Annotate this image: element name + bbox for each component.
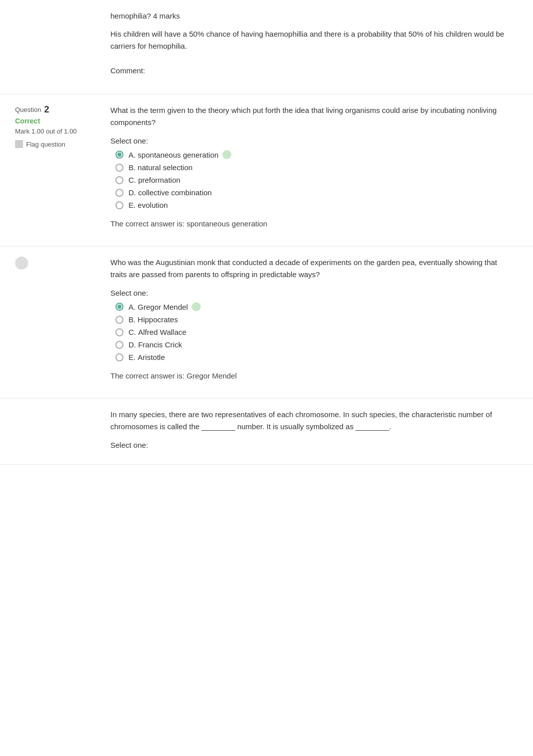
q2-radio-d [115, 189, 123, 197]
q3-radio-e [115, 353, 123, 361]
top-right-col: hemophilia? 4 marks His children will ha… [110, 10, 533, 84]
q2-option-a-text: spontaneous generation [138, 151, 218, 159]
q2-correct-indicator-a [222, 150, 231, 159]
q2-option-d-text: collective combination [138, 188, 212, 197]
q3-right-col: Who was the Augustinian monk that conduc… [110, 257, 533, 388]
question-4-block: In many species, there are two represent… [0, 399, 533, 465]
top-left-col [0, 10, 110, 84]
q3-left-col [0, 257, 110, 388]
q2-option-a-letter: A. [128, 151, 136, 159]
q2-radio-e [115, 201, 123, 209]
q2-select-one: Select one: [110, 137, 513, 145]
q3-option-a[interactable]: A. Gregor Mendel [115, 302, 513, 311]
q2-option-c-text: preformation [138, 176, 180, 184]
answer-para-2: His children will have a 50% chance of h… [110, 28, 513, 52]
q3-correct-answer: The correct answer is: Gregor Mendel [110, 371, 513, 380]
q3-question-text: Who was the Augustinian monk that conduc… [110, 257, 513, 281]
q2-option-b-text: natural selection [138, 163, 192, 172]
q3-option-b-letter: B. [128, 315, 136, 324]
q3-options-list: A. Gregor Mendel B. Hippocrates C. Alfre… [110, 302, 513, 361]
q2-right-col: What is the term given to the theory whi… [110, 104, 533, 236]
q3-option-c[interactable]: C. Alfred Wallace [115, 328, 513, 336]
q4-right-col: In many species, there are two represent… [110, 409, 533, 454]
answer-para-1: hemophilia? 4 marks [110, 10, 513, 22]
q2-option-d[interactable]: D. collective combination [115, 188, 513, 197]
q2-number-row: Question 2 [15, 104, 110, 115]
q2-mark-label: Mark 1.00 out of 1.00 [15, 127, 110, 136]
q2-option-b-letter: B. [128, 163, 136, 172]
page-wrapper: hemophilia? 4 marks His children will ha… [0, 0, 533, 465]
q2-correct-answer: The correct answer is: spontaneous gener… [110, 219, 513, 228]
q3-select-one: Select one: [110, 289, 513, 297]
q2-option-e-letter: E. [128, 201, 136, 209]
q3-option-e-text: Aristotle [138, 353, 165, 361]
q4-question-text: In many species, there are two represent… [110, 409, 513, 433]
q2-option-d-letter: D. [128, 188, 136, 197]
question-2-block: Question 2 Correct Mark 1.00 out of 1.00… [0, 94, 533, 246]
q3-option-a-letter: A. [128, 303, 136, 311]
q3-radio-c [115, 328, 123, 336]
q3-correct-indicator-a [192, 302, 201, 311]
question-3-block: Who was the Augustinian monk that conduc… [0, 246, 533, 399]
q2-label: Question [15, 106, 41, 113]
q4-select-one: Select one: [110, 441, 513, 449]
q2-options-list: A. spontaneous generation B. natural sel… [110, 150, 513, 209]
q2-flag-label: Flag question [26, 141, 65, 148]
q3-option-b-text: Hippocrates [138, 315, 178, 324]
top-answer-section: hemophilia? 4 marks His children will ha… [0, 0, 533, 94]
q3-radio-a [115, 303, 123, 311]
q2-radio-a [115, 151, 123, 159]
q2-radio-b [115, 164, 123, 172]
q3-option-a-text: Gregor Mendel [138, 303, 188, 311]
q2-option-c[interactable]: C. preformation [115, 176, 513, 184]
q2-question-text: What is the term given to the theory whi… [110, 104, 513, 129]
q2-option-e-text: evolution [138, 201, 168, 209]
q2-left-col: Question 2 Correct Mark 1.00 out of 1.00… [0, 104, 110, 236]
q3-radio-b [115, 316, 123, 324]
flag-icon [15, 140, 23, 148]
q3-option-d[interactable]: D. Francis Crick [115, 340, 513, 349]
comment-label: Comment: [110, 66, 513, 75]
q3-option-b[interactable]: B. Hippocrates [115, 315, 513, 324]
q2-correct-label: Correct [15, 117, 110, 125]
q3-radio-d [115, 341, 123, 349]
q3-option-d-letter: D. [128, 340, 136, 349]
q4-left-col [0, 409, 110, 454]
q3-option-c-text: Alfred Wallace [138, 328, 186, 336]
q3-option-e[interactable]: E. Aristotle [115, 353, 513, 361]
q3-option-d-text: Francis Crick [138, 340, 182, 349]
comment-section: Comment: [110, 58, 513, 84]
q2-number: 2 [44, 104, 49, 115]
q2-option-a[interactable]: A. spontaneous generation [115, 150, 513, 159]
q3-option-c-letter: C. [128, 328, 136, 336]
q2-option-e[interactable]: E. evolution [115, 201, 513, 209]
q3-small-circle [15, 257, 28, 270]
q2-flag-question[interactable]: Flag question [15, 140, 110, 148]
q3-option-e-letter: E. [128, 353, 136, 361]
q2-option-c-letter: C. [128, 176, 136, 184]
q2-option-b[interactable]: B. natural selection [115, 163, 513, 172]
q2-radio-c [115, 176, 123, 184]
